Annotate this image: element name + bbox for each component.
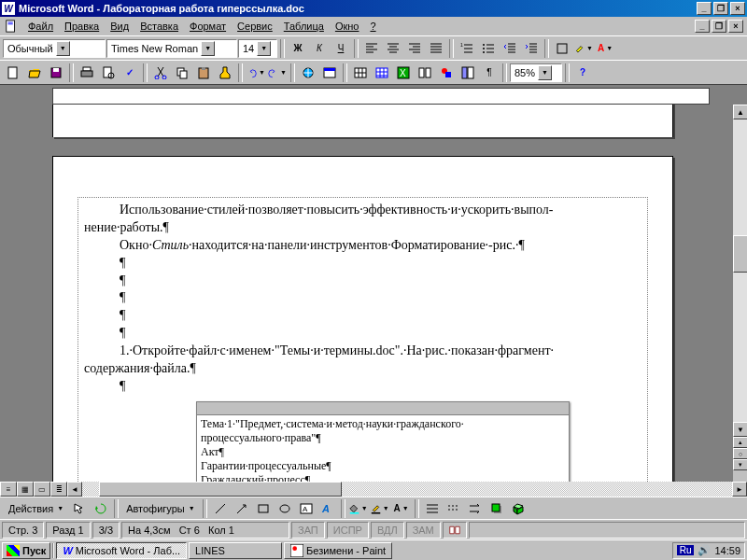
bullet-list-button[interactable] [478,38,499,59]
style-combo[interactable]: Обычный▼ [3,39,106,58]
next-page-button[interactable]: ▾ [733,459,747,470]
doc-minimize-button[interactable]: _ [695,20,710,33]
tables-borders-button[interactable] [350,63,371,83]
decrease-indent-button[interactable] [500,38,520,59]
doc-restore-button[interactable]: ❐ [712,20,726,33]
font-size-combo[interactable]: 14▼ [238,39,277,58]
status-ext[interactable]: ВДЛ [371,522,404,539]
wordart-button[interactable]: A [317,498,338,519]
align-left-button[interactable] [361,38,382,59]
copy-button[interactable] [172,63,192,83]
scroll-down-icon[interactable]: ▼ [733,422,747,437]
justify-button[interactable] [426,38,446,59]
prev-page-button[interactable]: ▴ [733,437,747,448]
minimize-button[interactable]: _ [697,2,712,15]
menu-insert[interactable]: Вставка [134,19,184,34]
scroll-right-icon[interactable]: ► [732,482,747,497]
menu-edit[interactable]: Правка [59,19,105,34]
format-painter-button[interactable] [215,63,235,83]
print-button[interactable] [77,63,97,83]
new-doc-button[interactable] [3,63,23,83]
font-combo[interactable]: Times New Roman▼ [106,39,237,58]
horizontal-scrollbar[interactable] [82,482,732,497]
line-style-button[interactable] [422,498,443,519]
outline-view-button[interactable]: ≣ [50,482,67,497]
cut-button[interactable] [150,63,171,83]
page-current[interactable]: Использование·стилей·позволяет·повысить·… [52,156,673,482]
chevron-down-icon[interactable]: ▼ [538,65,552,80]
scroll-left-icon[interactable]: ◄ [67,482,82,497]
insert-table-button[interactable] [372,63,392,83]
vertical-scrollbar[interactable]: ▲ ▴ ○ ▾ ▼ [732,105,747,482]
normal-view-button[interactable]: ≡ [0,482,17,497]
hyperlink-button[interactable] [298,63,318,83]
open-button[interactable] [24,63,45,83]
menu-window[interactable]: Окно [330,19,365,34]
menu-file[interactable]: Файл [22,19,59,34]
pagelayout-view-button[interactable]: ▭ [34,482,50,497]
language-indicator[interactable]: Ru [677,545,695,555]
menu-format[interactable]: Формат [184,19,232,34]
task-lines[interactable]: LINES [189,542,282,559]
task-word[interactable]: WMicrosoft Word - Лаб... [56,542,187,559]
status-ovr[interactable]: ЗАМ [406,522,441,539]
scroll-up-icon[interactable]: ▲ [733,105,747,119]
italic-button[interactable]: К [309,38,330,59]
horizontal-ruler[interactable] [52,88,710,105]
help-button[interactable]: ? [572,63,593,83]
zoom-combo[interactable]: 85%▼ [510,63,562,82]
excel-button[interactable]: X [393,63,414,83]
show-marks-button[interactable]: ¶ [479,63,500,83]
hscroll-thumb[interactable] [99,482,342,497]
print-preview-button[interactable] [98,63,119,83]
weblayout-view-button[interactable]: ▦ [17,482,34,497]
paste-button[interactable] [193,63,214,83]
browse-object-button[interactable]: ○ [733,448,747,459]
columns-button[interactable] [415,63,435,83]
chevron-down-icon[interactable]: ▼ [257,41,271,56]
save-button[interactable] [46,63,66,83]
redo-button[interactable]: ▼ [267,63,288,83]
task-paint[interactable]: Безимени - Paint [284,542,392,559]
underline-button[interactable]: Ч [331,38,351,59]
chevron-down-icon[interactable]: ▼ [201,41,215,56]
spellcheck-button[interactable]: ✓ [120,63,140,83]
line-button[interactable] [210,498,231,519]
scroll-thumb[interactable] [733,235,747,273]
doc-close-button[interactable]: × [728,20,743,33]
3d-button[interactable] [508,498,529,519]
web-toolbar-button[interactable] [319,63,340,83]
autoshapes-button[interactable]: Автофигуры▼ [121,498,200,519]
drawing-button[interactable] [436,63,457,83]
restore-button[interactable]: ❐ [713,2,728,15]
rotate-button[interactable] [91,498,111,519]
draw-actions-button[interactable]: Действия▼ [4,498,68,519]
speaker-icon[interactable]: 🔊 [698,544,711,556]
highlight-button[interactable]: ▼ [573,38,594,59]
menu-view[interactable]: Вид [105,19,134,34]
close-button[interactable]: × [730,2,745,15]
dash-style-button[interactable] [444,498,464,519]
arrow-button[interactable] [232,498,252,519]
align-center-button[interactable] [383,38,403,59]
chevron-down-icon[interactable]: ▼ [56,41,70,56]
textbox-button[interactable]: A [296,498,317,519]
bold-button[interactable]: Ж [288,38,308,59]
menu-help[interactable]: ? [364,19,381,34]
system-tray[interactable]: Ru 🔊 14:59 [672,542,745,559]
text-color-button[interactable]: A▼ [391,498,412,519]
start-button[interactable]: Пуск [2,542,50,559]
menu-table[interactable]: Таблица [278,19,330,34]
menu-tools[interactable]: Сервис [232,19,278,34]
status-rec[interactable]: ЗАП [291,522,325,539]
increase-indent-button[interactable] [521,38,542,59]
arrow-style-button[interactable] [465,498,486,519]
text-body[interactable]: Использование·стилей·позволяет·повысить·… [78,197,648,482]
borders-button[interactable] [552,38,572,59]
select-objects-button[interactable] [69,498,90,519]
status-book-icon[interactable] [443,522,467,539]
line-color-button[interactable]: ▼ [370,498,390,519]
numbered-list-button[interactable]: 1 [457,38,477,59]
fill-color-button[interactable]: ▼ [348,498,369,519]
font-color-button[interactable]: A▼ [595,38,615,59]
